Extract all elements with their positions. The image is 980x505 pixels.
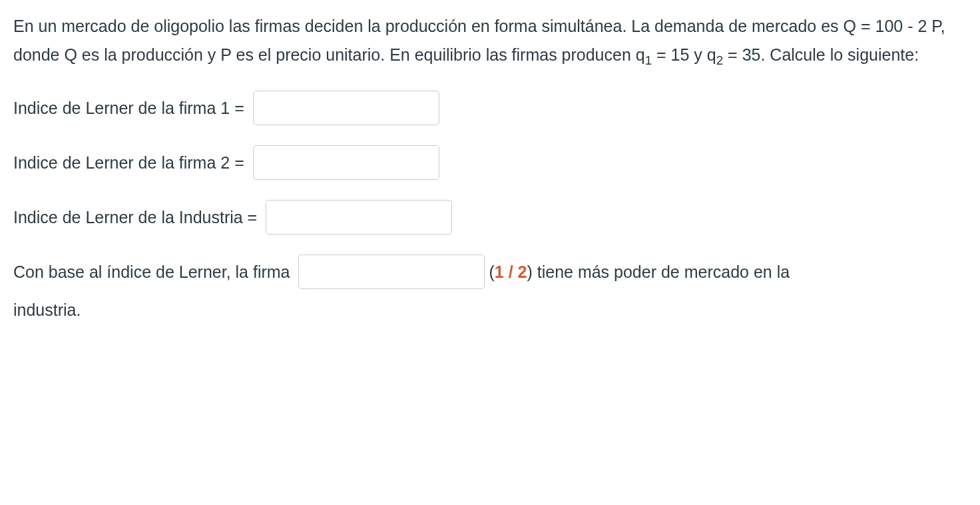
problem-text-part3: = 35. Calcule lo siguiente: [723, 45, 919, 64]
power-question-line2: industria. [13, 296, 967, 324]
lerner-firm1-input[interactable] [253, 91, 439, 125]
question-row-4: Con base al índice de Lerner, la firma (… [13, 254, 967, 289]
problem-statement: En un mercado de oligopolio las firmas d… [13, 12, 967, 71]
question-page: En un mercado de oligopolio las firmas d… [0, 0, 980, 338]
firm-power-input[interactable] [298, 254, 485, 289]
question-row-2: Indice de Lerner de la firma 2 = [13, 145, 967, 180]
question-row-3: Indice de Lerner de la Industria = [13, 200, 967, 235]
subscript-2: 2 [716, 53, 723, 67]
problem-text-part2: = 15 y q [652, 45, 716, 64]
lerner-firm2-label: Indice de Lerner de la firma 2 = [13, 149, 249, 177]
lerner-firm2-input[interactable] [253, 145, 439, 180]
power-question-post: ) tiene más poder de mercado en la [527, 258, 790, 286]
lerner-industry-input[interactable] [266, 200, 452, 235]
power-question-pre: Con base al índice de Lerner, la firma [13, 258, 294, 286]
lerner-industry-label: Indice de Lerner de la Industria = [13, 203, 262, 232]
hint-open-paren: ( [489, 258, 494, 286]
subscript-1: 1 [645, 53, 652, 67]
question-row-1: Indice de Lerner de la firma 1 = [13, 91, 967, 125]
lerner-firm1-label: Indice de Lerner de la firma 1 = [13, 94, 249, 123]
hint-options: 1 / 2 [495, 258, 527, 286]
